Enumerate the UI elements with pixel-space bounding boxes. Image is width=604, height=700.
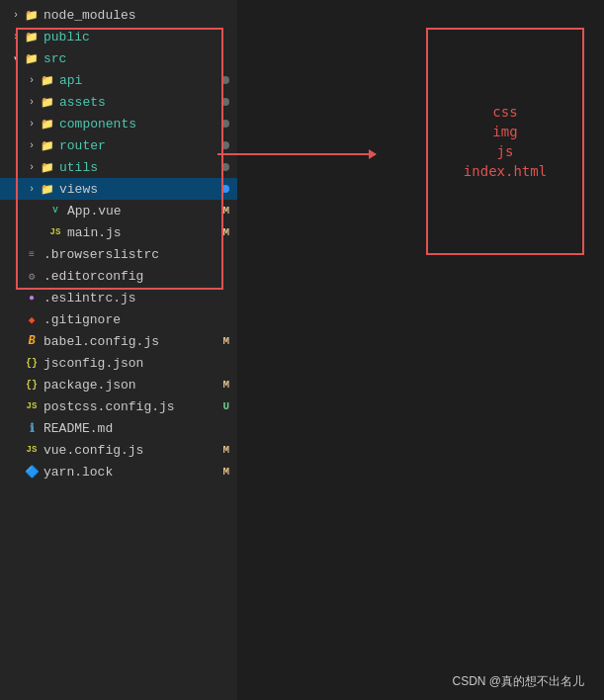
- icon-yarn-lock: 🔷: [24, 464, 40, 480]
- label-babel-config: babel.config.js: [43, 334, 222, 349]
- chevron-node-modules: [8, 7, 24, 23]
- chevron-utils: [24, 159, 40, 175]
- label-browserslistrc: .browserslistrc: [43, 247, 237, 262]
- spacer-yarn-lock: [8, 464, 24, 480]
- arrow-indicator: [217, 153, 376, 155]
- git-badge-babel-config: M: [222, 335, 229, 347]
- tree-item-postcss-config[interactable]: JS postcss.config.js U: [0, 395, 237, 417]
- label-node-modules: node_modules: [43, 8, 237, 23]
- tree-item-browserslistrc[interactable]: ≡ .browserslistrc: [0, 243, 237, 265]
- icon-main-js: JS: [47, 224, 63, 240]
- label-public: public: [43, 30, 237, 44]
- chevron-router: [24, 137, 40, 153]
- dot-components: [221, 120, 229, 128]
- label-package-json: package.json: [43, 378, 222, 393]
- tree-item-views[interactable]: 📁 views: [0, 178, 237, 200]
- right-box-line-html: index.html: [464, 163, 547, 179]
- spacer-eslintrc: [8, 290, 24, 306]
- git-badge-vue-config: M: [222, 444, 229, 456]
- right-box-line-img: img: [492, 124, 517, 139]
- spacer-gitignore: [8, 311, 24, 327]
- icon-app-vue: V: [47, 203, 63, 219]
- tree-item-assets[interactable]: 📁 assets: [0, 91, 237, 113]
- label-jsconfig: jsconfig.json: [43, 356, 237, 371]
- icon-package-json: {}: [24, 377, 40, 393]
- label-gitignore: .gitignore: [43, 312, 237, 327]
- icon-components: 📁: [40, 116, 55, 131]
- tree-item-components[interactable]: 📁 components: [0, 113, 237, 134]
- spacer-app-vue: [32, 203, 47, 219]
- icon-src: 📁: [24, 50, 40, 66]
- label-api: api: [59, 73, 221, 88]
- icon-readme: ℹ: [24, 420, 40, 436]
- label-postcss-config: postcss.config.js: [43, 399, 222, 414]
- git-badge-app-vue: M: [222, 205, 229, 217]
- spacer-postcss-config: [8, 398, 24, 414]
- icon-editorconfig: ⚙: [24, 268, 40, 284]
- icon-gitignore: ◆: [24, 311, 40, 327]
- icon-api: 📁: [40, 72, 55, 88]
- git-badge-yarn-lock: M: [222, 466, 229, 478]
- spacer-readme: [8, 420, 24, 436]
- git-badge-package-json: M: [222, 379, 229, 391]
- label-router: router: [59, 138, 221, 153]
- tree-item-babel-config[interactable]: B babel.config.js M: [0, 330, 237, 352]
- tree-item-app-vue[interactable]: V App.vue M: [0, 200, 237, 221]
- spacer-package-json: [8, 377, 24, 393]
- tree-item-api[interactable]: 📁 api: [0, 69, 237, 91]
- spacer-browserslistrc: [8, 246, 24, 262]
- tree-item-public[interactable]: 📁 public: [0, 26, 237, 47]
- spacer-babel-config: [8, 333, 24, 349]
- dot-router: [221, 141, 229, 149]
- icon-vue-config: JS: [24, 442, 40, 458]
- label-assets: assets: [59, 95, 221, 110]
- tree-item-eslintrc[interactable]: ● .eslintrc.js: [0, 287, 237, 308]
- icon-node-modules: 📁: [24, 7, 40, 23]
- dot-utils: [221, 163, 229, 171]
- watermark: CSDN @真的想不出名儿: [452, 673, 584, 690]
- tree-item-utils[interactable]: 📁 utils: [0, 156, 237, 178]
- tree-item-vue-config[interactable]: JS vue.config.js M: [0, 439, 237, 461]
- tree-item-jsconfig[interactable]: {} jsconfig.json: [0, 352, 237, 374]
- spacer-main-js: [32, 224, 47, 240]
- icon-eslintrc: ●: [24, 290, 40, 306]
- label-yarn-lock: yarn.lock: [43, 465, 222, 480]
- spacer-vue-config: [8, 442, 24, 458]
- spacer-jsconfig: [8, 355, 24, 371]
- icon-public: 📁: [24, 29, 40, 44]
- dot-api: [221, 76, 229, 84]
- icon-babel-config: B: [24, 333, 40, 349]
- tree-item-editorconfig[interactable]: ⚙ .editorconfig: [0, 265, 237, 287]
- git-badge-postcss-config: U: [222, 400, 229, 412]
- dot-assets: [221, 98, 229, 106]
- label-components: components: [59, 117, 221, 131]
- label-utils: utils: [59, 160, 221, 175]
- chevron-public: [8, 29, 24, 44]
- chevron-assets: [24, 94, 40, 110]
- tree-item-package-json[interactable]: {} package.json M: [0, 374, 237, 395]
- tree-item-router[interactable]: 📁 router: [0, 134, 237, 156]
- right-box-line-js: js: [497, 143, 514, 159]
- label-views: views: [59, 182, 221, 197]
- icon-router: 📁: [40, 137, 55, 153]
- spacer-editorconfig: [8, 268, 24, 284]
- tree-item-main-js[interactable]: JS main.js M: [0, 221, 237, 243]
- label-readme: README.md: [43, 421, 237, 436]
- chevron-views: [24, 181, 40, 197]
- file-explorer: 📁 node_modules 📁 public 📁 src 📁 api 📁 as…: [0, 0, 237, 700]
- icon-postcss-config: JS: [24, 398, 40, 414]
- tree-item-node-modules[interactable]: 📁 node_modules: [0, 4, 237, 26]
- chevron-src: [8, 50, 24, 66]
- chevron-components: [24, 116, 40, 131]
- chevron-api: [24, 72, 40, 88]
- icon-utils: 📁: [40, 159, 55, 175]
- label-editorconfig: .editorconfig: [43, 269, 237, 284]
- git-badge-main-js: M: [222, 226, 229, 238]
- tree-item-readme[interactable]: ℹ README.md: [0, 417, 237, 439]
- tree-item-src[interactable]: 📁 src: [0, 47, 237, 69]
- icon-browserslistrc: ≡: [24, 246, 40, 262]
- label-eslintrc: .eslintrc.js: [43, 291, 237, 306]
- tree-item-gitignore[interactable]: ◆ .gitignore: [0, 308, 237, 330]
- tree-item-yarn-lock[interactable]: 🔷 yarn.lock M: [0, 461, 237, 482]
- icon-assets: 📁: [40, 94, 55, 110]
